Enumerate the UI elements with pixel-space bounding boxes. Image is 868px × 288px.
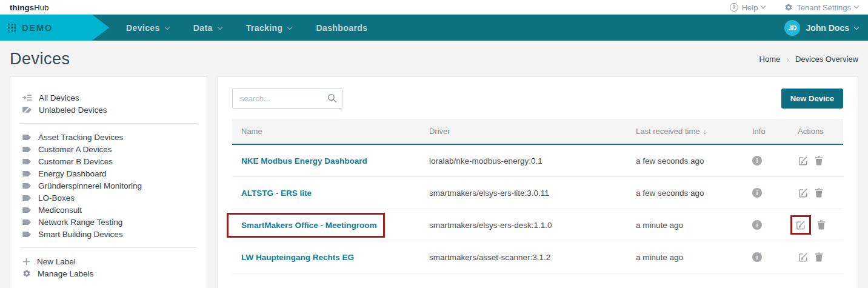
page-title: Devices bbox=[10, 50, 70, 69]
column-header-name[interactable]: Name bbox=[232, 127, 429, 136]
nav-item-label: Tracking bbox=[246, 23, 283, 33]
sidebar-label-item[interactable]: LO-Boxes bbox=[16, 192, 201, 204]
label-name: Network Range Testing bbox=[38, 218, 122, 227]
app-logo[interactable]: thingsHub bbox=[10, 3, 49, 12]
table-row-highlighted: SmartMakers Office - Meetingroom smartma… bbox=[232, 209, 843, 241]
trash-icon bbox=[815, 188, 823, 198]
device-name-link[interactable]: LW Haupteingang Rechts EG bbox=[241, 253, 354, 262]
label-name: Mediconsult bbox=[38, 206, 82, 215]
label-name: LO-Boxes bbox=[38, 193, 75, 203]
device-last-received: a minute ago bbox=[636, 221, 752, 230]
sidebar-label-item[interactable]: Gründerspinnerei Monitoring bbox=[16, 179, 201, 192]
label-name: Energy Dashboard bbox=[38, 169, 107, 178]
sidebar-label-item[interactable]: Customer A Devices bbox=[16, 143, 201, 155]
tag-icon bbox=[22, 182, 32, 190]
manage-labels-button[interactable]: Manage Labels bbox=[16, 267, 201, 280]
avatar: JD bbox=[784, 20, 800, 36]
nav-item-dashboards[interactable]: Dashboards bbox=[304, 15, 379, 41]
breadcrumb-home[interactable]: Home bbox=[760, 55, 781, 64]
edit-icon bbox=[798, 252, 809, 263]
sidebar-item-unlabeled-devices[interactable]: Unlabeled Devices bbox=[16, 104, 201, 116]
device-last-received: a few seconds ago bbox=[636, 156, 752, 166]
logo-bold-part: things bbox=[10, 3, 34, 12]
column-header-actions: Actions bbox=[798, 127, 843, 136]
info-icon[interactable]: i bbox=[752, 156, 762, 166]
sidebar-label-item[interactable]: Mediconsult bbox=[16, 204, 201, 216]
table-header-row: Name Driver Last received time ↓ Info Ac… bbox=[232, 119, 843, 145]
column-header-last-received-time[interactable]: Last received time ↓ bbox=[636, 127, 752, 136]
help-label: Help bbox=[742, 3, 758, 12]
chevron-down-icon bbox=[164, 24, 169, 29]
info-icon[interactable]: i bbox=[752, 252, 762, 262]
device-name-link[interactable]: SmartMakers Office - Meetingroom bbox=[241, 221, 377, 230]
nav-item-devices[interactable]: Devices bbox=[114, 15, 181, 41]
annotation-box-device-name: SmartMakers Office - Meetingroom bbox=[227, 213, 385, 238]
tag-icon bbox=[22, 206, 32, 214]
search-input[interactable] bbox=[232, 89, 342, 109]
gear-icon bbox=[784, 3, 793, 12]
label-name: Asset Tracking Devices bbox=[38, 133, 123, 142]
trash-icon bbox=[815, 252, 823, 262]
device-name-link[interactable]: ALTSTG - ERS lite bbox=[241, 189, 312, 198]
topbar-links: ? Help Tenant Settings bbox=[730, 3, 858, 12]
nav-item-label: Devices bbox=[126, 23, 160, 33]
sidebar-divider bbox=[20, 123, 197, 124]
delete-device-button[interactable] bbox=[815, 252, 823, 262]
tag-icon bbox=[22, 194, 32, 202]
device-name-link[interactable]: NKE Modbus Energy Dashboard bbox=[241, 156, 367, 166]
tenant-settings-menu[interactable]: Tenant Settings bbox=[784, 3, 858, 12]
breadcrumb-separator-icon: › bbox=[786, 55, 789, 64]
delete-device-button[interactable] bbox=[815, 156, 823, 166]
label-name: Gründerspinnerei Monitoring bbox=[38, 181, 142, 190]
new-device-button[interactable]: New Device bbox=[781, 89, 843, 109]
tenant-selector[interactable]: DEMO bbox=[0, 15, 109, 41]
edit-device-button[interactable] bbox=[798, 187, 809, 198]
info-icon[interactable]: i bbox=[752, 220, 762, 230]
annotation-box-edit-action bbox=[790, 215, 811, 235]
label-name: Customer B Devices bbox=[38, 157, 113, 166]
nav-item-label: Dashboards bbox=[316, 23, 367, 33]
chevron-down-icon bbox=[854, 24, 859, 29]
info-icon[interactable]: i bbox=[752, 188, 762, 198]
column-header-info: Info bbox=[752, 127, 798, 136]
table-row: ALTSTG - ERS lite smartmakers/elsys-ers-… bbox=[232, 177, 843, 209]
new-label-text: New Label bbox=[37, 257, 76, 266]
search-icon bbox=[327, 93, 337, 105]
device-driver: smartmakers/elsys-ers-lite:3.0.11 bbox=[429, 189, 636, 198]
nav-item-data[interactable]: Data bbox=[181, 15, 234, 41]
edit-device-button[interactable] bbox=[798, 252, 809, 263]
gear-icon bbox=[22, 269, 31, 278]
nav-item-tracking[interactable]: Tracking bbox=[234, 15, 304, 41]
breadcrumb: Home › Devices Overview bbox=[760, 55, 858, 64]
nav-menu: Devices Data Tracking Dashboards bbox=[114, 15, 379, 41]
sidebar-label-item[interactable]: Customer B Devices bbox=[16, 155, 201, 167]
tag-icon bbox=[22, 133, 32, 141]
sidebar-label-item[interactable]: Smart Building Devices bbox=[16, 228, 201, 240]
table-row: NKE Modbus Energy Dashboard loralab/nke-… bbox=[232, 145, 843, 177]
sidebar-item-all-devices[interactable]: All Devices bbox=[16, 92, 201, 104]
device-driver: smartmakers/elsys-ers-desk:1.1.0 bbox=[429, 221, 636, 230]
new-label-button[interactable]: New Label bbox=[16, 255, 201, 267]
label-off-icon bbox=[22, 105, 32, 114]
user-menu[interactable]: JD John Docs bbox=[784, 20, 868, 36]
sidebar-label-item[interactable]: Energy Dashboard bbox=[16, 167, 201, 179]
device-driver: smartmakers/asset-scanner:3.1.2 bbox=[429, 253, 636, 262]
column-header-driver[interactable]: Driver bbox=[429, 127, 636, 136]
tag-icon bbox=[22, 158, 32, 166]
column-header-label: Last received time bbox=[636, 127, 700, 136]
edit-device-button[interactable] bbox=[798, 155, 809, 166]
delete-device-button[interactable] bbox=[815, 188, 823, 198]
edit-icon bbox=[798, 155, 809, 166]
delete-device-button[interactable] bbox=[817, 220, 826, 230]
device-last-received: a few seconds ago bbox=[636, 189, 752, 198]
main-navbar: DEMO Devices Data Tracking Dashboards JD… bbox=[0, 15, 868, 41]
table-row: LW Haupteingang Rechts EG smartmakers/as… bbox=[232, 241, 843, 273]
label-name: Smart Building Devices bbox=[38, 230, 123, 239]
sidebar-label-item[interactable]: Network Range Testing bbox=[16, 216, 201, 228]
help-menu[interactable]: ? Help bbox=[730, 3, 766, 12]
nav-item-label: Data bbox=[193, 23, 213, 33]
edit-device-button[interactable] bbox=[795, 219, 806, 230]
sidebar-label-item[interactable]: Asset Tracking Devices bbox=[16, 131, 201, 143]
tenant-settings-label: Tenant Settings bbox=[796, 3, 851, 12]
chevron-down-icon bbox=[761, 4, 766, 8]
